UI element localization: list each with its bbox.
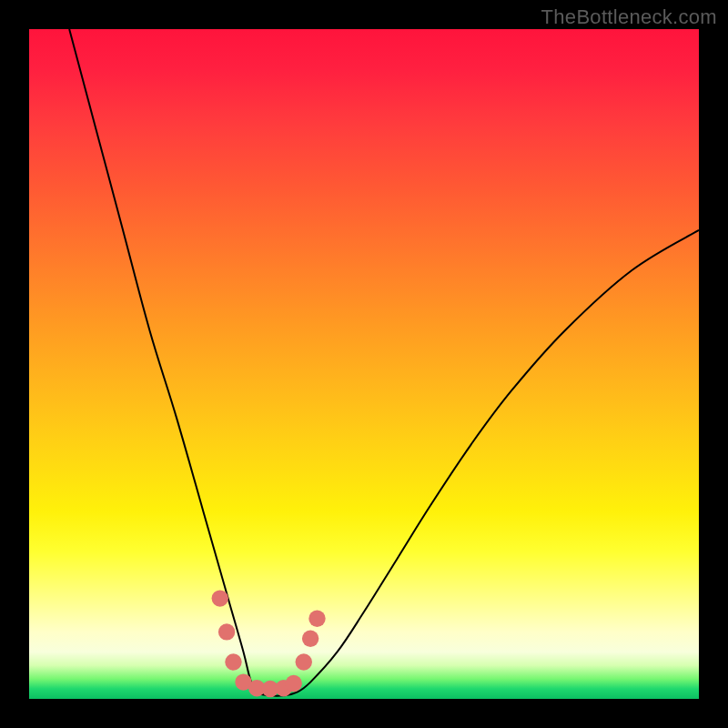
curve-marker — [218, 623, 235, 640]
plot-area — [29, 29, 699, 699]
chart-frame: TheBottleneck.com — [0, 0, 728, 728]
curve-markers — [212, 590, 326, 697]
curve-marker — [302, 631, 318, 647]
curve-marker — [308, 610, 325, 626]
curve-marker — [286, 675, 302, 692]
bottleneck-curve — [69, 29, 699, 696]
attribution-text: TheBottleneck.com — [541, 5, 717, 29]
curve-overlay — [29, 29, 699, 699]
curve-marker — [212, 590, 228, 606]
curve-marker — [225, 653, 241, 670]
curve-marker — [296, 653, 312, 670]
